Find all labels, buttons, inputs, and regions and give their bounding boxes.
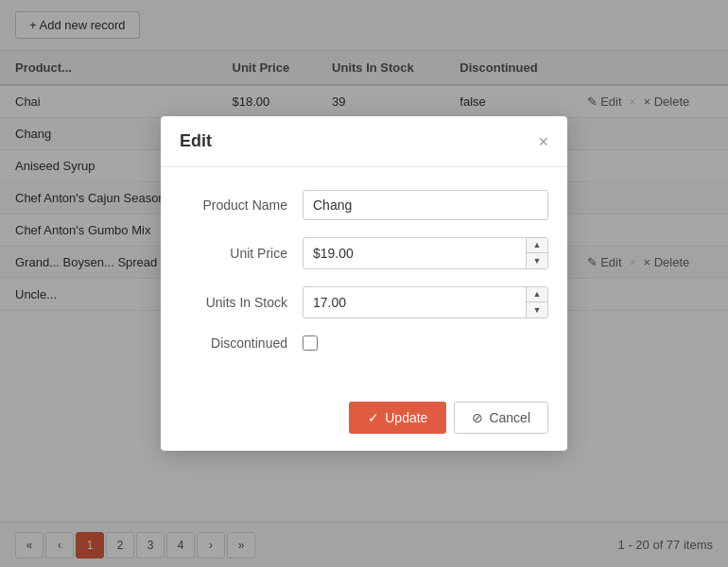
unit-price-up-button[interactable]: ▲ bbox=[527, 238, 547, 253]
unit-price-down-button[interactable]: ▼ bbox=[527, 253, 547, 268]
unit-price-spinner: ▲ ▼ bbox=[303, 237, 548, 269]
units-in-stock-input[interactable] bbox=[303, 288, 526, 317]
cancel-button-label: Cancel bbox=[489, 410, 530, 425]
units-in-stock-up-button[interactable]: ▲ bbox=[527, 287, 547, 302]
update-button[interactable]: ✓ Update bbox=[349, 402, 446, 434]
product-name-row: Product Name bbox=[180, 190, 548, 220]
main-content: + Add new record Product... Unit Price U… bbox=[0, 0, 728, 567]
units-in-stock-spinner: ▲ ▼ bbox=[303, 286, 548, 318]
unit-price-row: Unit Price ▲ ▼ bbox=[180, 237, 548, 269]
modal-close-button[interactable]: × bbox=[538, 133, 548, 150]
unit-price-input[interactable] bbox=[303, 239, 526, 267]
cancel-button[interactable]: ⊘ Cancel bbox=[454, 402, 548, 434]
discontinued-checkbox[interactable] bbox=[303, 335, 318, 351]
update-check-icon: ✓ bbox=[368, 410, 379, 425]
units-in-stock-spinner-buttons: ▲ ▼ bbox=[526, 287, 547, 318]
product-name-input[interactable] bbox=[303, 190, 548, 220]
discontinued-label: Discontinued bbox=[180, 335, 303, 351]
modal-body: Product Name Unit Price ▲ ▼ bbox=[161, 167, 567, 390]
modal-header: Edit × bbox=[161, 116, 567, 167]
units-in-stock-down-button[interactable]: ▼ bbox=[527, 302, 547, 318]
update-button-label: Update bbox=[385, 410, 427, 425]
modal-overlay: Edit × Product Name Unit Price ▲ ▼ bbox=[0, 0, 728, 567]
cancel-icon: ⊘ bbox=[472, 410, 483, 425]
discontinued-row: Discontinued bbox=[180, 335, 548, 351]
units-in-stock-row: Units In Stock ▲ ▼ bbox=[180, 286, 548, 318]
unit-price-spinner-buttons: ▲ ▼ bbox=[526, 238, 547, 268]
units-in-stock-label: Units In Stock bbox=[180, 295, 303, 310]
product-name-label: Product Name bbox=[180, 198, 303, 213]
unit-price-label: Unit Price bbox=[180, 246, 303, 261]
modal-title: Edit bbox=[180, 131, 212, 151]
edit-modal: Edit × Product Name Unit Price ▲ ▼ bbox=[161, 116, 567, 451]
modal-footer: ✓ Update ⊘ Cancel bbox=[161, 390, 567, 451]
